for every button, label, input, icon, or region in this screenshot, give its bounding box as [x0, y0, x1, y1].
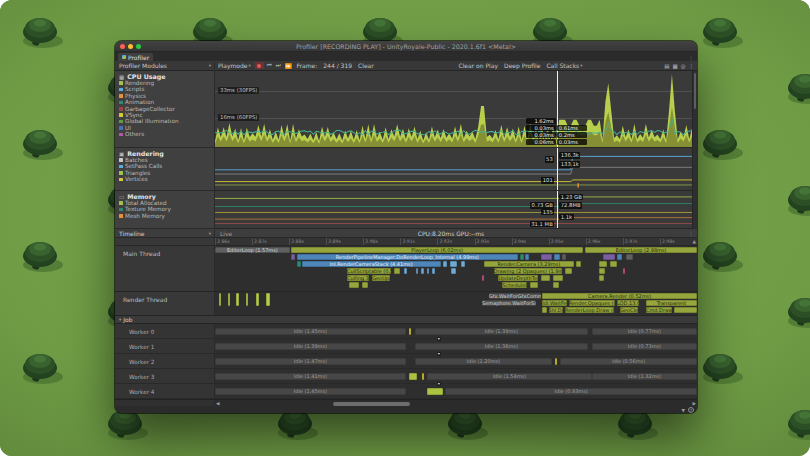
timeline-sample-bar[interactable] [530, 282, 538, 288]
frame-playhead[interactable] [557, 148, 558, 190]
timeline-sample-bar[interactable]: Gfx.WaitForGfxCommandsFromMainThr [489, 293, 541, 299]
timeline-sample-bar[interactable] [553, 282, 559, 288]
worker-track[interactable]: Idle (1.41ms)Idle (1.54ms)Idle (1.32ms)▾ [215, 369, 697, 383]
flow-event-icon[interactable]: ▾ [437, 382, 441, 387]
timeline-sample-bar[interactable] [421, 268, 423, 274]
timeline-sample-bar[interactable] [450, 261, 457, 267]
timeline-sample-bar[interactable]: EditorLoop (2.98ms) [585, 247, 697, 253]
call-stacks-dropdown[interactable]: Call Stacks ▾ [543, 62, 585, 69]
idle-bar[interactable]: Idle (0.56ms) [560, 358, 697, 365]
record-button[interactable] [255, 62, 264, 69]
target-dropdown[interactable]: Playmode ▾ [215, 62, 254, 69]
timeline-sample-bar[interactable]: ScheduleDraw [502, 282, 527, 288]
timeline-sample-bar[interactable]: Cmd.Draw.T [646, 307, 672, 313]
timeline-sample-bar[interactable]: Semaphore.WaitForSignal (0.9ms) [482, 300, 536, 306]
deep-profile-toggle[interactable]: Deep Profile [501, 62, 543, 69]
memory-chart[interactable]: 1.23 GB0.73 GB72.8MB1351.1k31.1 MB [215, 191, 697, 229]
flow-event-icon[interactable]: ▾ [437, 337, 441, 342]
timeline-sample-bar[interactable] [256, 293, 258, 306]
main-thread-track[interactable]: EditorLoop (1.57ms)PlayerLoop (6.02ms)Ed… [215, 246, 697, 291]
timeline-sample-bar[interactable] [219, 293, 221, 306]
timeline-sample-bar[interactable] [461, 261, 465, 267]
timeline-sample-bar[interactable] [554, 254, 559, 260]
current-frame-button[interactable]: ⏩ [283, 63, 294, 69]
timeline-sample-bar[interactable]: Transparent [646, 300, 697, 306]
worker-label[interactable]: Worker 1 [115, 339, 215, 353]
timeline-sample-bar[interactable] [432, 268, 434, 274]
idle-bar[interactable]: Idle (1.20ms) [415, 358, 553, 365]
settings-icon[interactable]: ◎ [681, 63, 686, 69]
idle-bar[interactable]: Idle (1.32ms) [592, 373, 697, 380]
timeline-sample-bar[interactable]: RenderPipelineManager.DoRenderLoop_Inter… [297, 254, 518, 260]
idle-bar[interactable]: Idle (0.73ms) [592, 343, 697, 350]
idle-bar[interactable]: Idle (0.93ms) [445, 388, 697, 395]
idle-bar[interactable]: Idle (1.39ms) [415, 328, 589, 335]
job-bar[interactable] [409, 328, 411, 335]
flow-event-icon[interactable]: ▾ [437, 352, 441, 357]
timeline-sample-bar[interactable] [443, 261, 448, 267]
timeline-kebab-icon[interactable]: ⋮ [688, 230, 697, 237]
worker-label[interactable]: Worker 3 [115, 369, 215, 383]
timeline-sample-bar[interactable] [394, 268, 400, 274]
idle-bar[interactable]: Idle (1.54ms) [427, 373, 592, 380]
timeline-sample-bar[interactable] [416, 268, 418, 274]
timeline-sample-bar[interactable]: Camera.Render (0.52ms) [542, 293, 697, 299]
timeline-sample-bar[interactable] [297, 261, 301, 267]
timeline-horizontal-scrollbar[interactable]: ◀ ▶ [215, 400, 697, 406]
timeline-sample-bar[interactable] [599, 268, 606, 274]
timeline-sample-bar[interactable]: GeoClear.2 [620, 307, 638, 313]
load-profile-icon[interactable]: ▤ [664, 63, 669, 69]
timeline-sample-bar[interactable] [246, 293, 248, 306]
timeline-ruler[interactable]: ▲ 2.86s2.87s2.88s2.89s2.90s2.91s2.92s2.9… [215, 238, 697, 245]
timeline-sample-bar[interactable] [520, 254, 524, 260]
timeline-sample-bar[interactable] [542, 307, 547, 313]
idle-bar[interactable]: Idle (1.41ms) [215, 373, 406, 380]
timeline-sample-bar[interactable] [451, 268, 455, 274]
timeline-sample-bar[interactable] [541, 275, 551, 281]
clear-button[interactable]: Clear [355, 62, 377, 69]
timeline-sample-bar[interactable] [228, 293, 230, 306]
timeline-sample-bar[interactable]: EditorLoop (1.57ms) [215, 247, 290, 253]
kebab-menu-icon[interactable]: ⋮ [689, 63, 695, 69]
timeline-sample-bar[interactable]: Culling 353 [347, 275, 369, 281]
timeline-sample-bar[interactable]: UpdateDepthTexture [498, 275, 538, 281]
timeline-sample-bar[interactable]: RenderLoop.Draw (0.57ms) [565, 307, 614, 313]
scrollbar-thumb[interactable] [694, 73, 696, 109]
timeline-sample-bar[interactable]: GeoUpdate [372, 275, 390, 281]
rendering-chart[interactable]: 53136.3k133.1k101 [215, 148, 697, 191]
next-frame-button[interactable]: ⏭ [274, 62, 283, 69]
timeline-sample-bar[interactable] [599, 261, 608, 267]
close-window-icon[interactable] [120, 44, 125, 49]
scrollbar-thumb[interactable] [333, 402, 410, 406]
timeline-sample-bar[interactable] [404, 268, 407, 274]
timeline-sample-bar[interactable]: LOD.13.0 [617, 300, 639, 306]
main-thread-label[interactable]: Main Thread [115, 246, 215, 291]
idle-bar[interactable]: Idle (1.39ms) [215, 343, 406, 350]
idle-bar[interactable]: Idle (0.77ms) [592, 328, 697, 335]
timeline-sample-bar[interactable] [266, 293, 270, 306]
profiler-modules-dropdown[interactable]: Profiler Modules ▾ [115, 62, 215, 69]
render-thread-label[interactable]: Render Thread [115, 292, 215, 315]
job-group-header[interactable]: ▾ Job [115, 316, 697, 324]
timeline-sample-bar[interactable] [525, 254, 528, 260]
scroll-right-icon[interactable]: ▶ [693, 400, 696, 407]
timeline-sample-bar[interactable]: CullScriptable (0.58ms) [347, 268, 391, 274]
worker-label[interactable]: Worker 4 [115, 384, 215, 398]
timeline-sample-bar[interactable]: PlayerLoop (6.02ms) [291, 247, 583, 253]
timeline-sample-bar[interactable] [541, 254, 553, 260]
render-thread-track[interactable]: Gfx.WaitForGfxCommandsFromMainThrCamera.… [215, 292, 697, 315]
minimize-window-icon[interactable] [128, 44, 133, 49]
timeline-sample-bar[interactable] [553, 275, 563, 281]
legend-item[interactable]: Others [119, 131, 214, 137]
timeline-sample-bar[interactable] [349, 282, 359, 288]
timeline-sample-bar[interactable]: Render.Camera (3.29ms) [484, 261, 574, 267]
timeline-sample-bar[interactable]: Render.Opaques (0.37ms) [569, 300, 615, 306]
timeline-sample-bar[interactable] [576, 261, 582, 267]
clear-on-play-toggle[interactable]: Clear on Play [456, 62, 502, 69]
worker-label[interactable]: Worker 2 [115, 354, 215, 368]
worker-track[interactable]: Idle (1.39ms)Idle (1.38ms)Idle (0.73ms)▾ [215, 339, 697, 353]
timeline-sample-bar[interactable] [599, 275, 604, 281]
live-toggle[interactable]: Live [215, 230, 237, 237]
scroll-down-icon[interactable]: ▼ [682, 408, 685, 413]
frame-playhead[interactable] [557, 191, 558, 228]
